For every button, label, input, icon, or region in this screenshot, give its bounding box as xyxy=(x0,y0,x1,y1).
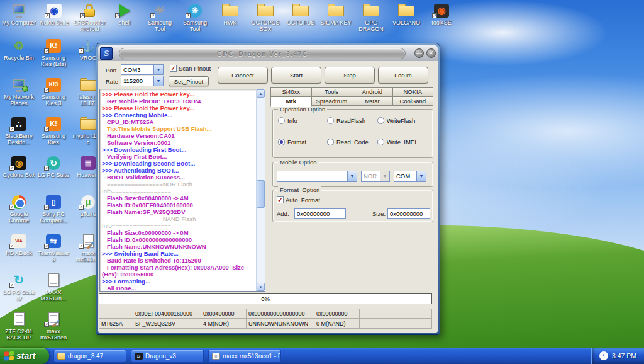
desktop-icon-samsung-kies-3[interactable]: K!3↗ Samsung Kies 3 xyxy=(36,77,70,106)
forum-button[interactable]: Forum xyxy=(378,67,428,84)
tab-nokia[interactable]: NOKIA xyxy=(392,87,434,96)
desktop-icon-octopus[interactable]: OCTOPUS xyxy=(284,3,318,26)
close-button[interactable]: ✕ xyxy=(426,48,436,58)
radio-info[interactable]: Info xyxy=(278,117,297,124)
rate-combobox[interactable]: 115200 ▼ xyxy=(121,76,164,86)
shortcut-arrow-icon: ↗ xyxy=(44,48,49,54)
scroll-down-icon[interactable]: ▼ xyxy=(257,283,265,291)
network-icon xyxy=(2,77,36,93)
taskbar-button-maxx-mx513neo1-p[interactable]: ≡maxx mx513neo1 - P... xyxy=(208,350,281,363)
desktop-icon-samsung-tool[interactable]: ✳↗ Samsung Tool xyxy=(143,3,177,32)
blackberry-icon: ∴↗ xyxy=(2,116,36,132)
size-field[interactable] xyxy=(387,208,430,219)
connect-button[interactable]: Connect xyxy=(218,67,268,84)
desktop-icon-label: HD ADeck xyxy=(2,250,36,256)
desktop-icon-my-computer[interactable]: My Computer xyxy=(2,3,36,26)
tab-si40xx[interactable]: Si40xx xyxy=(270,87,312,96)
log-line: Formatting Start Adress(Hex): 0x003AA000… xyxy=(102,264,255,278)
tray-chevron-icon[interactable]: ‹ xyxy=(599,351,608,360)
desktop-icon-sony-pc-compani[interactable]: ▯↗ Sony PC Compani... xyxy=(36,194,70,224)
desktop-icon-lg-pc-suite-iv[interactable]: ↻↗ LG PC Suite IV xyxy=(2,272,36,302)
flash-type-combobox[interactable]: NOR ▼ xyxy=(361,171,390,182)
tab-mtk[interactable]: Mtk xyxy=(270,96,312,107)
desktop-icon-hwk[interactable]: HWK xyxy=(213,3,247,26)
chevron-down-icon[interactable]: ▼ xyxy=(416,171,426,181)
scroll-up-icon[interactable]: ▲ xyxy=(257,89,265,98)
chevron-down-icon[interactable]: ▼ xyxy=(153,65,163,74)
radio-format[interactable]: Format xyxy=(278,139,306,145)
desktop-icon-hd-adeck[interactable]: VIA↗ HD ADeck xyxy=(2,233,36,256)
taskbar-button-dragon-3-47[interactable]: dragon_3.47 xyxy=(53,350,126,363)
desktop-icon-teamviewer-9[interactable]: ⇆↗ TeamViewer 9 xyxy=(36,233,70,263)
desktop-icon-samsung-kies-lite[interactable]: K!↗ Samsung Kies (Lite) xyxy=(36,38,70,67)
desktop-icon-cyclone-box[interactable]: ◎↗ Cyclone Box xyxy=(2,155,36,178)
mobile-model-combobox[interactable]: ▼ xyxy=(277,171,357,182)
doc-grid-icon xyxy=(36,272,70,288)
desktop-icon-volcano[interactable]: VOLCANO xyxy=(389,3,423,26)
cyclone-icon: ◎↗ xyxy=(2,155,36,171)
tab-coolsand[interactable]: CoolSand xyxy=(392,96,434,106)
shortcut-arrow-icon: ↗ xyxy=(9,205,14,210)
shortcut-arrow-icon: ↗ xyxy=(9,244,14,249)
desktop-icon-samsung-tool[interactable]: ✳↗ Samsung Tool xyxy=(178,3,212,32)
tab-mstar[interactable]: Mstar xyxy=(352,96,393,106)
chevron-down-icon[interactable]: ▼ xyxy=(347,171,357,181)
start-button[interactable]: start xyxy=(0,348,49,364)
stop-button[interactable]: Stop xyxy=(325,67,375,84)
chrome-icon: ↗ xyxy=(2,194,36,210)
set-pinout-button[interactable]: Set_Pinout xyxy=(169,76,209,86)
port-combobox[interactable]: COM3 ▼ xyxy=(121,64,164,75)
desktop-icon-maxx-mx513neo[interactable]: ↗ maxx mx513neo xyxy=(36,311,70,341)
desktop-icon-shell[interactable]: ↗ shell xyxy=(108,3,142,26)
radio-read-code[interactable]: Read_Code xyxy=(327,139,369,145)
folder-icon xyxy=(248,3,282,18)
desktop-icon-recycle-bin[interactable]: ♻ Recycle Bin xyxy=(2,38,36,61)
desktop-icon-samsung-kies[interactable]: K!↗ Samsung Kies xyxy=(36,116,70,145)
log-line: >>> Authenticating BOOT... xyxy=(102,167,255,174)
progress-value: 0% xyxy=(261,295,270,302)
add-field[interactable] xyxy=(294,208,346,219)
desktop-icon-maxx-mx513n[interactable]: MAXX MX513n... xyxy=(36,272,70,302)
log-scrollbar[interactable]: ▲ ▼ xyxy=(256,89,265,291)
radio-writeflash[interactable]: WriteFlash xyxy=(377,117,415,124)
minimize-button[interactable]: — xyxy=(414,48,424,58)
desktop-icon-octopos-box[interactable]: OCTOPOS BOX xyxy=(248,3,282,32)
desktop-icon-google-chrome[interactable]: ↗ Google Chrome xyxy=(2,194,36,224)
shortcut-arrow-icon: ↗ xyxy=(9,166,14,171)
log-line: Verifying First Boot... xyxy=(102,153,255,160)
shortcut-arrow-icon: ↗ xyxy=(79,205,84,210)
radio-write-imei[interactable]: Write_IMEI xyxy=(377,139,416,145)
scrollbar-thumb[interactable] xyxy=(257,180,265,208)
checkbox-check-icon: ✓ xyxy=(277,196,284,203)
auto-format-checkbox[interactable]: ✓ Auto_Format xyxy=(277,196,320,203)
radio-readflash[interactable]: ReadFlash xyxy=(327,117,365,124)
desktop-icon-my-network-places[interactable]: My Network Places xyxy=(2,77,36,106)
desktop-icon-gpg-dragon[interactable]: GPG DRAGON xyxy=(354,3,388,32)
log-area[interactable]: >>> Please Hold the Power key... Get Mob… xyxy=(99,89,265,292)
tool4se-icon: ◉↗ xyxy=(425,3,458,18)
desktop-icon-ztf-c2-01-back-up[interactable]: ZTF C2-01 BACK.UP xyxy=(2,311,36,341)
desktop-icon-nokia-suite[interactable]: ◉↗ Nokia Suite xyxy=(37,3,71,26)
teamviewer-icon: ⇆↗ xyxy=(36,233,70,249)
dragon-icon: S xyxy=(135,353,143,360)
kies3-icon: K!3↗ xyxy=(36,77,70,93)
desktop-icon-srsroot-for-android[interactable]: ↗ SRSRoot for Android xyxy=(72,3,106,32)
desktop-icon-label: Google Chrome xyxy=(2,211,36,224)
desktop-icon-tool4se[interactable]: ◉↗ tool4SE xyxy=(425,3,458,26)
window-titlebar[interactable]: S GPG_Dragon Ver_3.47C — ✕ xyxy=(98,45,438,61)
start-button[interactable]: Start xyxy=(271,67,321,84)
folder-icon xyxy=(389,3,423,18)
desktop-icon-blackberry-deskto[interactable]: ∴↗ BlackBerry Deskto... xyxy=(2,116,36,145)
chevron-down-icon[interactable]: ▼ xyxy=(153,76,163,86)
tab-tools[interactable]: Tools xyxy=(311,87,353,96)
scan-pinout-checkbox[interactable]: ✓ Scan Pinout xyxy=(170,65,211,72)
desktop-icon-lg-pc-suite[interactable]: ↻↗ LG PC Suite xyxy=(36,155,70,178)
desktop-icon-sigma-key[interactable]: SIGMA KEY xyxy=(319,3,353,26)
log-line: ================NAND Flash xyxy=(102,215,255,222)
tab-spreadtrum[interactable]: Spreadtrum xyxy=(311,96,353,106)
com-combobox[interactable]: COM ▼ xyxy=(394,171,426,182)
tab-android[interactable]: Android xyxy=(352,87,393,96)
status-cell: 4 M(NOR) xyxy=(201,319,247,329)
desktop-icon-label: SRSRoot for Android xyxy=(72,20,106,32)
taskbar-button-dragon-v3[interactable]: SDragon_v3 xyxy=(131,350,204,363)
